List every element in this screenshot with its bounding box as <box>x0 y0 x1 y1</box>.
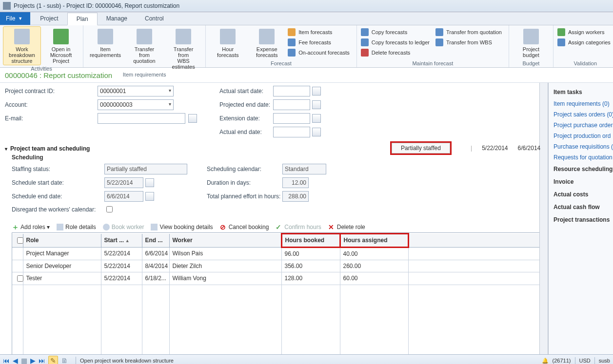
tab-manage[interactable]: Manage <box>98 12 136 25</box>
transfer-from-quotation-small-button[interactable]: Transfer from quotation <box>435 27 506 37</box>
nav-prev-icon[interactable]: ◀ <box>13 357 18 364</box>
tab-control[interactable]: Control <box>136 12 173 25</box>
transfer-from-wbs-small-button[interactable]: Transfer from WBS <box>435 38 506 47</box>
open-in-ms-project-button[interactable]: Open in Microsoft Project <box>42 26 80 65</box>
transfer-from-quotation-button[interactable]: Transfer from quotation <box>125 26 163 71</box>
section-sub: Scheduling <box>12 154 543 161</box>
statusbar: ⏮ ◀ ▦ ▶ ⏭ ✎ 🗎 Open project work breakdow… <box>0 354 613 364</box>
nav-grid-icon[interactable]: ▦ <box>21 357 27 364</box>
delete-icon <box>361 49 369 57</box>
table-row[interactable]: Project Manager 5/22/2014 6/6/2014 Wilso… <box>12 247 542 260</box>
hour-forecasts-button[interactable]: Hour forecasts <box>209 26 247 60</box>
view-booking-button[interactable]: View booking details <box>151 224 213 230</box>
add-roles-button[interactable]: ＋Add roles ▾ <box>12 224 50 230</box>
project-budget-button[interactable]: Project budget <box>512 26 550 60</box>
disregard-checkbox[interactable] <box>106 206 113 212</box>
expense-forecasts-button[interactable]: Expense forecasts <box>248 26 286 60</box>
side-item-actual-cash-flow[interactable]: Actual cash flow <box>549 201 613 213</box>
col-end[interactable]: End ... <box>142 234 169 248</box>
side-link-production-orders[interactable]: Project production ord <box>549 131 613 141</box>
sched-cal-field[interactable]: Standard <box>282 164 326 174</box>
col-worker[interactable]: Worker <box>169 234 281 248</box>
select-all-checkbox[interactable] <box>17 237 23 244</box>
side-item-invoice[interactable]: Invoice <box>549 175 613 188</box>
sched-start-field[interactable]: 5/22/2014 <box>104 177 143 188</box>
nav-first-icon[interactable]: ⏮ <box>3 357 10 364</box>
cancel-booking-button[interactable]: ⊘Cancel booking <box>220 224 269 230</box>
col-start[interactable]: Start ... <box>101 234 142 248</box>
calendar-icon[interactable] <box>145 192 154 201</box>
email-lookup-icon[interactable] <box>188 114 197 123</box>
side-link-item-req[interactable]: Item requirements (0) <box>549 98 613 109</box>
side-link-sales-orders[interactable]: Project sales orders (0) <box>549 109 613 120</box>
tab-plan[interactable]: Plan <box>67 13 98 25</box>
actual-end-label: Actual end date: <box>219 129 273 135</box>
copy-ledger-button[interactable]: Copy forecasts to ledger <box>360 38 434 47</box>
nav-last-icon[interactable]: ⏭ <box>39 357 45 364</box>
actual-start-input[interactable] <box>273 86 310 96</box>
x-icon: ✕ <box>328 224 335 230</box>
section-header[interactable]: ▾ Project team and scheduling <box>5 145 543 152</box>
transfer-icon <box>435 28 443 36</box>
calendar-icon[interactable] <box>312 114 321 123</box>
transfer-from-wbs-button[interactable]: Transfer from WBS estimates <box>164 26 202 71</box>
side-item-actual-costs[interactable]: Actual costs <box>549 188 613 201</box>
side-link-rfq[interactable]: Requests for quotation <box>549 152 613 163</box>
staffing-status-field: Partially staffed <box>104 164 187 174</box>
edit-icon[interactable]: ✎ <box>48 356 58 364</box>
confirm-hours-button[interactable]: ✓Confirm hours <box>276 224 321 230</box>
table-row[interactable]: Tester 5/22/2014 6/18/2... William Vong … <box>12 272 542 285</box>
side-link-purchase-orders[interactable]: Project purchase orders <box>549 120 613 131</box>
delete-role-button[interactable]: ✕Delete role <box>328 224 365 230</box>
on-account-forecasts-button[interactable]: On-account forecasts <box>287 48 354 57</box>
alert-icon[interactable]: 🔔 <box>542 358 549 364</box>
table-row[interactable] <box>12 285 542 354</box>
sched-end-field[interactable]: 6/6/2014 <box>104 191 143 202</box>
email-input[interactable] <box>98 113 185 124</box>
tab-project[interactable]: Project <box>31 12 67 25</box>
summary-start-date: 5/22/2014 <box>482 145 508 152</box>
book-worker-button[interactable]: Book worker <box>103 224 144 230</box>
col-hours-booked[interactable]: Hours booked <box>281 234 340 248</box>
nav-next-icon[interactable]: ▶ <box>30 357 36 364</box>
copy-forecasts-button[interactable]: Copy forecasts <box>360 27 434 37</box>
work-breakdown-structure-button[interactable]: Work breakdown structure <box>3 26 41 65</box>
extension-date-input[interactable] <box>273 113 310 124</box>
calendar-icon[interactable] <box>312 87 321 96</box>
side-item-resource-scheduling[interactable]: Resource scheduling <box>549 163 613 175</box>
side-link-purchase-req[interactable]: Purchase requisitions ( <box>549 141 613 152</box>
plus-icon: ＋ <box>12 224 19 230</box>
assign-categories-button[interactable]: Assign categories <box>556 38 613 47</box>
row-checkbox[interactable] <box>17 275 23 282</box>
role-details-button[interactable]: Role details <box>57 224 96 230</box>
item-forecasts-button[interactable]: Item forecasts <box>287 27 354 37</box>
side-item-project-transactions[interactable]: Project transactions <box>549 213 613 226</box>
calendar-icon[interactable] <box>312 128 321 136</box>
ms-project-icon <box>53 29 69 44</box>
doc-icon[interactable]: 🗎 <box>61 357 68 364</box>
alert-count[interactable]: (26711) <box>553 358 571 364</box>
table-row[interactable]: Senior Developer 5/22/2014 8/4/2014 Diet… <box>12 260 542 272</box>
vertical-scrollbar[interactable] <box>539 83 548 354</box>
wbs-icon <box>14 29 30 44</box>
fee-forecasts-button[interactable]: Fee forecasts <box>287 38 354 47</box>
item-requirements-button[interactable]: Item requirements <box>86 26 124 71</box>
duration-field: 12.00 <box>282 177 309 188</box>
calendar-icon[interactable] <box>312 100 321 109</box>
col-role[interactable]: Role <box>23 234 101 248</box>
contract-combo[interactable]: 00000001 <box>98 86 174 96</box>
account-label: Account: <box>5 101 98 108</box>
projected-end-input[interactable] <box>273 99 310 110</box>
col-checkbox-header[interactable] <box>12 234 23 248</box>
user-label[interactable]: susb <box>599 358 610 364</box>
account-combo[interactable]: 0000000003 <box>98 99 174 110</box>
actual-end-input[interactable] <box>273 127 310 137</box>
assign-workers-button[interactable]: Assign workers <box>556 27 613 37</box>
calendar-icon[interactable] <box>145 178 154 187</box>
currency-label[interactable]: USD <box>579 358 591 364</box>
transfer-quote-icon <box>137 29 152 44</box>
col-hours-assigned[interactable]: Hours assigned <box>340 234 408 248</box>
file-button[interactable]: File ▼ <box>0 12 30 25</box>
delete-forecasts-button[interactable]: Delete forecasts <box>360 48 434 57</box>
details-icon <box>151 224 158 230</box>
